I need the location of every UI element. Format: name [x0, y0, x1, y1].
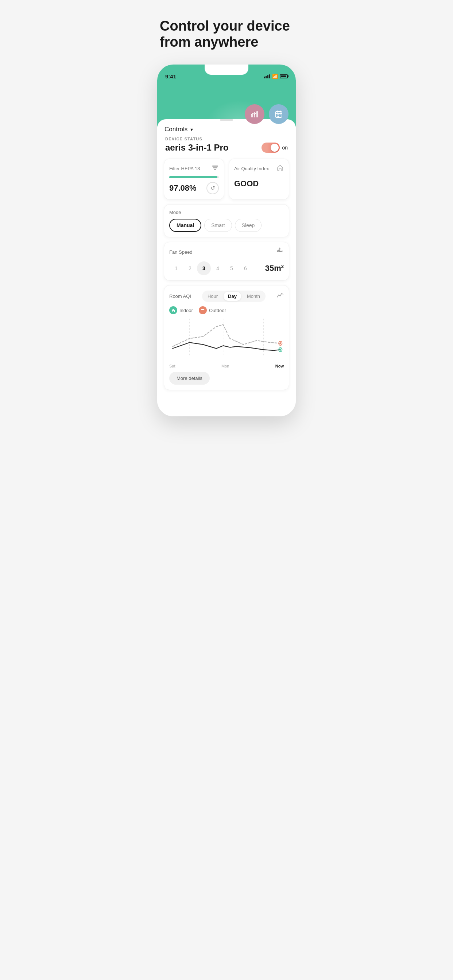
filter-value-row: 97.08% ↺ — [169, 182, 219, 194]
fan-icon — [276, 247, 284, 257]
speed-4-button[interactable]: 4 — [211, 261, 225, 275]
speed-2-button[interactable]: 2 — [183, 261, 197, 275]
hero-title: Control your device from anywhere — [151, 7, 302, 57]
svg-rect-1 — [254, 112, 255, 118]
filter-card: Filter HEPA 13 — [164, 159, 224, 200]
mode-smart-button[interactable]: Smart — [204, 219, 231, 232]
signal-icon — [264, 75, 270, 78]
fan-speed-header: Fan Speed — [169, 247, 284, 257]
indoor-dot — [169, 306, 177, 314]
toggle-on-label: on — [282, 145, 288, 151]
speed-5-button[interactable]: 5 — [225, 261, 239, 275]
mode-card: Mode Manual Smart Sleep — [164, 204, 289, 237]
outdoor-label: Outdoor — [209, 308, 226, 313]
toggle-container: on — [262, 143, 288, 153]
filter-card-title: Filter HEPA 13 — [169, 166, 200, 171]
controls-row: Controls ▾ — [157, 121, 296, 137]
indoor-line — [172, 343, 281, 351]
filter-card-header: Filter HEPA 13 — [169, 164, 219, 173]
filter-progress-fill — [169, 176, 217, 178]
indoor-label: Indoor — [179, 308, 193, 313]
chevron-down-icon: ▾ — [190, 127, 193, 132]
device-name: aeris 3-in-1 Pro — [165, 143, 228, 153]
svg-point-9 — [280, 115, 281, 115]
content-area: DEVICE STATUS aeris 3-in-1 Pro on Filter… — [157, 137, 296, 390]
filter-percentage: 97.08% — [169, 183, 196, 193]
phone-frame: 9:41 📶 Controls — [157, 65, 296, 416]
speed-1-button[interactable]: 1 — [169, 261, 183, 275]
status-icons: 📶 — [264, 74, 288, 79]
notch — [205, 65, 248, 75]
legend-outdoor: Outdoor — [199, 306, 226, 314]
fab-buttons — [245, 104, 289, 124]
chart-fab-button[interactable] — [245, 104, 265, 124]
svg-point-10 — [277, 116, 278, 117]
chart-legend: Indoor Outdoor — [169, 306, 284, 314]
aqi-small-card-header: Air Quality Index — [234, 164, 284, 173]
status-time: 9:41 — [165, 73, 176, 80]
aqi-good-value: GOOD — [234, 179, 258, 188]
aqi-chart — [169, 319, 284, 363]
speed-3-button[interactable]: 3 — [197, 261, 211, 275]
chart-fab-icon — [250, 110, 259, 118]
bottom-nav — [157, 395, 296, 406]
chart-label-now: Now — [275, 364, 284, 368]
svg-point-21 — [279, 349, 281, 351]
device-status-label: DEVICE STATUS — [164, 137, 289, 141]
fan-speed-card: Fan Speed 1 2 3 — [164, 242, 289, 281]
svg-point-11 — [278, 116, 279, 117]
time-month-button[interactable]: Month — [242, 292, 265, 301]
filter-icon — [212, 164, 219, 173]
wifi-icon: 📶 — [272, 74, 278, 79]
room-aqi-title: Room AQI — [169, 293, 191, 299]
time-filter-group: Hour Day Month — [202, 291, 266, 302]
calendar-fab-button[interactable] — [269, 104, 289, 124]
filter-progress-bar — [169, 176, 219, 178]
svg-rect-13 — [213, 167, 217, 169]
svg-rect-12 — [212, 165, 218, 167]
outdoor-dot — [199, 306, 207, 314]
device-status-row: aeris 3-in-1 Pro on — [164, 143, 289, 159]
svg-point-20 — [279, 342, 281, 344]
room-aqi-card: Room AQI Hour Day Month — [164, 285, 289, 390]
room-size-label: 35m2 — [265, 264, 284, 273]
aqi-small-title: Air Quality Index — [234, 166, 269, 171]
chart-label-mon: Mon — [222, 364, 229, 368]
calendar-fab-icon — [274, 110, 283, 118]
battery-icon — [280, 75, 288, 78]
svg-point-7 — [277, 115, 278, 115]
mode-sleep-button[interactable]: Sleep — [235, 219, 262, 232]
aqi-chart-svg — [169, 319, 284, 363]
outdoor-line — [172, 325, 281, 347]
status-bar: 9:41 📶 — [157, 65, 296, 83]
controls-label: Controls — [164, 126, 187, 133]
aqi-top-row: Room AQI Hour Day Month — [169, 291, 284, 302]
legend-indoor: Indoor — [169, 306, 193, 314]
controls-dropdown[interactable]: Controls ▾ — [164, 126, 193, 133]
mode-options: Manual Smart Sleep — [169, 219, 284, 232]
time-day-button[interactable]: Day — [223, 292, 241, 301]
chart-x-labels: Sat Mon Now — [169, 363, 284, 368]
svg-rect-2 — [257, 111, 258, 118]
mode-title: Mode — [169, 210, 284, 215]
chart-trend-icon — [276, 292, 284, 301]
fan-speed-row: 1 2 3 4 5 6 35m2 — [169, 261, 284, 275]
home-air-icon — [276, 164, 284, 173]
mode-manual-button[interactable]: Manual — [169, 219, 201, 232]
speed-6-button[interactable]: 6 — [239, 261, 252, 275]
filter-refresh-button[interactable]: ↺ — [206, 182, 219, 194]
chart-label-sat: Sat — [169, 364, 175, 368]
bottom-sheet: Controls ▾ — [157, 119, 296, 416]
svg-rect-14 — [214, 169, 216, 170]
time-hour-button[interactable]: Hour — [203, 292, 222, 301]
filter-aqi-row: Filter HEPA 13 — [164, 159, 289, 200]
more-details-button[interactable]: More details — [169, 372, 210, 385]
svg-point-8 — [278, 115, 279, 115]
fan-speed-title: Fan Speed — [169, 250, 193, 255]
device-power-toggle[interactable] — [262, 143, 280, 153]
aqi-small-card: Air Quality Index GOOD — [229, 159, 289, 200]
